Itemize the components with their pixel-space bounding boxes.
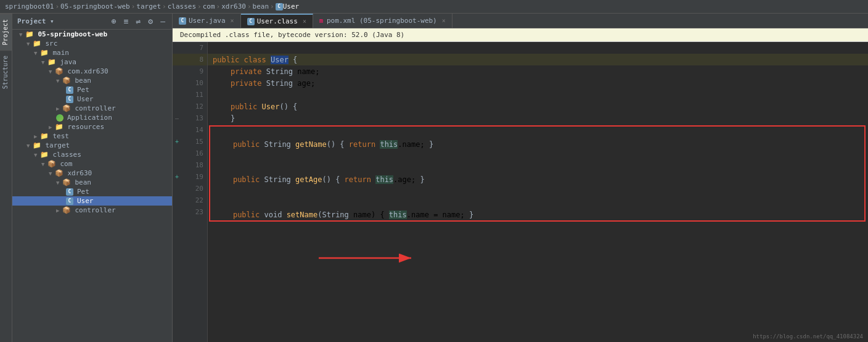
sidebar-tab-structure[interactable]: Structure	[0, 50, 12, 94]
tree-item-src[interactable]: ▼ 📁 src	[12, 39, 172, 48]
tab-close-icon[interactable]: ×	[303, 18, 306, 25]
red-arrow-annotation	[319, 233, 454, 283]
tab-bar: C User.java × C User.class × m pom.xml (…	[173, 14, 868, 28]
tab-label: pom.xml (05-springboot-web)	[327, 17, 437, 25]
minimize-icon[interactable]: –	[158, 16, 167, 27]
breadcrumb-item[interactable]: classes	[168, 2, 196, 10]
tab-user-class[interactable]: C User.class ×	[241, 14, 313, 28]
tree-item-pet-target[interactable]: C Pet	[12, 187, 172, 196]
tree-item-pet-src[interactable]: C Pet	[12, 85, 172, 94]
tree-item-main[interactable]: ▼ 📁 main	[12, 48, 172, 57]
tree-item-controller-src[interactable]: ▶ 📦 controller	[12, 104, 172, 113]
code-line-8: public class User {	[208, 54, 868, 65]
expand-arrow: ▶	[49, 124, 52, 130]
code-line-10: private String age;	[208, 77, 868, 89]
package-icon: 📦	[62, 178, 71, 186]
line-number-row: – 13	[173, 112, 207, 124]
tree-item-classes[interactable]: ▼ 📁 classes	[12, 150, 172, 159]
expand-arrow: ▼	[49, 69, 52, 75]
tree-item-root[interactable]: ▼ 📁 05-springboot-web	[12, 30, 172, 39]
code-line-23: public void setName ( String name) { thi…	[210, 209, 864, 220]
tree-label: com.xdr630	[67, 67, 108, 75]
project-panel: Project ▾ ⊕ ≡ ⇌ ⚙ – ▼ 📁 05-springboot-we…	[12, 14, 173, 342]
folder-icon: 📁	[40, 49, 49, 57]
expand-arrow: ▼	[56, 180, 59, 186]
watermark: https://blog.csdn.net/qq_41084324	[753, 333, 863, 340]
expand-icon[interactable]: ⇌	[134, 16, 143, 27]
tree-label: src	[45, 40, 57, 48]
tree-item-resources[interactable]: ▶ 📁 resources	[12, 122, 172, 131]
class-icon: C	[66, 188, 73, 196]
tree-label: xdr630	[67, 169, 92, 177]
line-gutter: 7 8 9 10	[173, 42, 208, 342]
tab-user-java[interactable]: C User.java ×	[173, 14, 241, 28]
code-line-14	[210, 127, 864, 138]
breadcrumb: springboot01 › 05-springboot-web › targe…	[0, 0, 868, 14]
breadcrumb-item[interactable]: xdr630	[221, 2, 246, 10]
red-box-region: public String getName () { return this .…	[209, 125, 866, 222]
collapse-all-icon[interactable]: ≡	[122, 16, 131, 27]
breadcrumb-item-active[interactable]: User	[283, 2, 300, 10]
tab-pom-xml[interactable]: m pom.xml (05-springboot-web) ×	[313, 14, 452, 28]
tree-label: bean	[75, 178, 91, 186]
line-number-row: 7	[173, 42, 207, 54]
tree-item-user-src[interactable]: C User	[12, 94, 172, 104]
expand-arrow: ▼	[34, 50, 37, 56]
tab-close-icon[interactable]: ×	[442, 17, 446, 24]
code-editor[interactable]: 7 8 9 10	[173, 42, 868, 342]
expand-arrow: ▼	[41, 161, 44, 167]
tree-label: classes	[52, 151, 81, 159]
class-icon: C	[66, 96, 73, 103]
code-content[interactable]: public class User { private String name;	[208, 42, 868, 342]
add-icon[interactable]: ⊕	[110, 16, 118, 27]
class-icon: C	[66, 198, 73, 205]
tree-item-bean-target[interactable]: ▼ 📦 bean	[12, 178, 172, 187]
folder-icon: 📁	[33, 40, 41, 48]
class-icon: C	[179, 17, 186, 25]
breadcrumb-item[interactable]: com	[203, 2, 215, 10]
line-number-row: + 19	[173, 171, 207, 183]
side-tabs: Project Structure	[0, 14, 12, 342]
breadcrumb-item[interactable]: bean	[253, 2, 269, 10]
tree-label: Pet	[77, 188, 89, 196]
maven-icon: m	[319, 17, 323, 24]
tree-item-xdr630[interactable]: ▼ 📦 xdr630	[12, 169, 172, 178]
expand-arrow: ▼	[19, 31, 22, 38]
tree-item-controller-target[interactable]: ▶ 📦 controller	[12, 206, 172, 215]
tree-item-application[interactable]: Application	[12, 113, 172, 122]
decompiled-text: Decompiled .class file, bytecode version…	[180, 31, 404, 39]
package-icon: 📦	[62, 77, 71, 85]
line-number-row: + 15	[173, 136, 207, 148]
class-icon: C	[247, 18, 255, 25]
tab-close-icon[interactable]: ×	[231, 17, 234, 24]
code-line-12: public User () {	[208, 101, 868, 112]
classname-highlight: User	[271, 56, 289, 64]
line-number-row: 20	[173, 183, 207, 194]
sidebar-tab-project[interactable]: Project	[0, 14, 12, 50]
code-line-7	[208, 42, 868, 54]
settings-icon[interactable]: ⚙	[146, 16, 155, 27]
code-line-9: private String name;	[208, 65, 868, 77]
app-icon	[56, 114, 63, 122]
tree-label: main	[52, 49, 69, 57]
folder-icon: 📁	[25, 30, 34, 38]
tree-label: 05-springboot-web	[38, 30, 107, 38]
breadcrumb-item[interactable]: target	[136, 2, 161, 10]
package-icon: 📦	[55, 169, 63, 177]
package-icon: 📦	[62, 104, 71, 112]
tree-item-com[interactable]: ▼ 📦 com	[12, 159, 172, 169]
folder-icon: 📁	[40, 151, 49, 159]
breadcrumb-item[interactable]: springboot01	[5, 2, 54, 10]
tree-item-user-target[interactable]: C User	[12, 196, 172, 206]
tree-item-test[interactable]: ▶ 📁 test	[12, 131, 172, 141]
expand-arrow: ▼	[41, 59, 44, 65]
tree-item-com-xdr630[interactable]: ▼ 📦 com.xdr630	[12, 67, 172, 76]
expand-arrow: ▼	[27, 143, 30, 149]
tree-item-java[interactable]: ▼ 📁 java	[12, 57, 172, 67]
expand-arrow: ▼	[56, 78, 59, 84]
expand-arrow: ▼	[34, 152, 37, 158]
tree-item-bean-src[interactable]: ▼ 📦 bean	[12, 76, 172, 85]
tree-item-target[interactable]: ▼ 📁 target	[12, 141, 172, 150]
code-line-13: }	[208, 112, 868, 124]
breadcrumb-item[interactable]: 05-springboot-web	[60, 2, 130, 10]
